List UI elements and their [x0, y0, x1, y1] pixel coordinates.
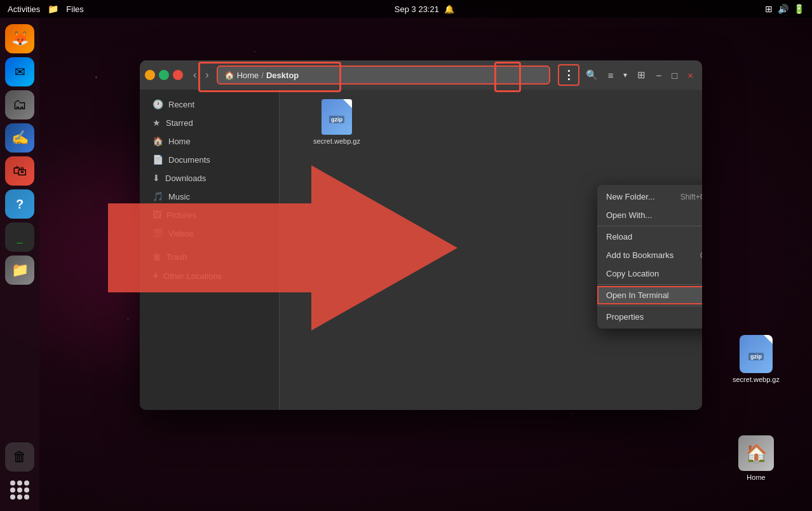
dock-bottom: 🗑 — [5, 442, 34, 505]
add-bookmarks-label: Add to Bookmarks — [606, 250, 673, 260]
battery-icon[interactable]: 🔋 — [794, 4, 804, 14]
window-close-btn[interactable]: × — [684, 64, 697, 86]
menu-divider-3 — [597, 306, 702, 306]
starred-icon: ★ — [152, 118, 161, 128]
sidebar-item-videos[interactable]: 🎬 Videos — [142, 224, 276, 242]
sidebar-item-other-locations[interactable]: + Other Locations — [142, 266, 276, 285]
dock-item-firefox[interactable]: 🦊 — [5, 24, 34, 53]
desktop-icon-home[interactable]: 🏠 Home — [731, 435, 782, 481]
apps-grid-icon — [10, 480, 29, 500]
window-minimize-btn[interactable]: − — [652, 64, 665, 86]
sidebar-label-documents: Documents — [168, 155, 210, 165]
menu-item-copy-location[interactable]: Copy Location — [597, 264, 702, 283]
files-label[interactable]: Files — [66, 4, 83, 14]
sidebar-divider — [145, 245, 274, 245]
sidebar-label-downloads: Downloads — [165, 174, 206, 183]
sidebar-item-downloads[interactable]: ⬇ Downloads — [142, 169, 276, 187]
breadcrumb-separator: / — [261, 71, 264, 80]
dock-item-terminal[interactable]: _ — [5, 222, 34, 252]
menu-item-reload[interactable]: Reload F5 — [597, 228, 702, 246]
recent-icon: 🕐 — [152, 99, 163, 109]
maximize-icon: □ — [162, 72, 166, 79]
trash-icon: 🗑 — [152, 252, 161, 262]
sidebar-item-pictures[interactable]: 🖼 Pictures — [142, 206, 276, 224]
desktop-home-icon: 🏠 — [738, 435, 774, 471]
properties-label: Properties — [606, 312, 644, 322]
writer-icon: ✍ — [11, 130, 29, 146]
dock-apps-grid-button[interactable] — [5, 475, 34, 505]
topbar-right: ⊞ 🔊 🔋 — [765, 4, 804, 14]
dock-item-trash[interactable]: 🗑 — [5, 442, 34, 472]
copy-location-label: Copy Location — [606, 269, 659, 278]
dock: 🦊 ✉ 🗂 ✍ 🛍 ? _ 📁 🗑 — [0, 18, 39, 511]
view-list-button[interactable]: ≡ — [604, 64, 618, 86]
terminal-icon: _ — [17, 231, 23, 243]
new-folder-label: New Folder... — [606, 192, 655, 201]
sidebar-item-home[interactable]: 🏠 Home — [142, 132, 276, 150]
sidebar-label-starred: Starred — [166, 118, 193, 128]
back-button[interactable]: ‹ — [189, 67, 200, 83]
breadcrumb-home[interactable]: Home — [237, 71, 259, 80]
new-folder-shortcut: Shift+Ctrl+N — [680, 193, 702, 201]
reload-label: Reload — [606, 232, 632, 242]
help-icon: ? — [16, 197, 24, 212]
sidebar-item-starred[interactable]: ★ Starred — [142, 114, 276, 132]
file-item-gzip[interactable]: gzip secret.webp.gz — [311, 99, 362, 145]
home-breadcrumb-icon: 🏠 — [224, 71, 234, 80]
dock-item-files[interactable]: 🗂 — [5, 90, 34, 119]
appstore-icon: 🛍 — [13, 163, 27, 179]
sidebar-label-home: Home — [168, 137, 191, 146]
nav-arrows: ‹ › — [189, 67, 213, 83]
menu-item-open-with[interactable]: Open With... — [597, 206, 702, 224]
maximize-button[interactable]: □ — [159, 70, 169, 80]
activities-label[interactable]: Activities — [8, 4, 40, 14]
files2-icon: 📁 — [11, 262, 29, 278]
minimize-button[interactable]: − — [145, 70, 155, 80]
fm-body: 🕐 Recent ★ Starred 🏠 Home 📄 Documents ⬇ — [140, 90, 702, 410]
search-button[interactable]: 🔍 — [582, 64, 602, 86]
menu-divider-2 — [597, 284, 702, 285]
sidebar-item-recent[interactable]: 🕐 Recent — [142, 95, 276, 113]
minimize-icon: − — [148, 72, 152, 79]
menu-item-open-terminal[interactable]: Open In Terminal — [597, 286, 702, 304]
sidebar-item-music[interactable]: 🎵 Music — [142, 187, 276, 205]
menu-item-properties[interactable]: Properties — [597, 308, 702, 326]
dock-item-writer[interactable]: ✍ — [5, 123, 34, 153]
menu-divider-1 — [597, 226, 702, 226]
desktop: Activities 📁 Files Sep 3 23:21 🔔 ⊞ 🔊 🔋 🦊… — [0, 0, 812, 511]
sidebar-label-music: Music — [168, 192, 190, 201]
window-maximize-btn[interactable]: □ — [668, 64, 681, 86]
sidebar-item-documents[interactable]: 📄 Documents — [142, 151, 276, 168]
view-toggle-button[interactable]: ▾ — [619, 64, 631, 86]
dock-item-files2[interactable]: 📁 — [5, 256, 34, 285]
close-button[interactable]: × — [173, 70, 183, 80]
bell-icon[interactable]: 🔔 — [444, 4, 454, 14]
menu-item-add-bookmarks[interactable]: Add to Bookmarks Ctrl+D — [597, 246, 702, 264]
sidebar-item-trash[interactable]: 🗑 Trash — [142, 248, 276, 266]
sidebar-label-recent: Recent — [168, 100, 194, 109]
files-icon: 📁 — [48, 4, 58, 14]
files-dock-icon: 🗂 — [13, 97, 27, 113]
dock-item-help[interactable]: ? — [5, 189, 34, 219]
topbar-left: Activities 📁 Files — [8, 4, 84, 14]
add-bookmarks-shortcut: Ctrl+D — [700, 251, 702, 260]
breadcrumb-current[interactable]: Desktop — [266, 71, 299, 80]
desktop-gzip-icon: gzip — [740, 335, 773, 373]
desktop-icon-gzip[interactable]: gzip secret.webp.gz — [731, 335, 782, 383]
dock-item-thunderbird[interactable]: ✉ — [5, 57, 34, 86]
menu-item-new-folder[interactable]: New Folder... Shift+Ctrl+N — [597, 187, 702, 206]
forward-button[interactable]: › — [201, 67, 212, 83]
thunderbird-icon: ✉ — [15, 64, 25, 79]
desktop-gzip-name: secret.webp.gz — [733, 376, 780, 383]
menu-button[interactable]: ⋮ — [558, 64, 579, 86]
titlebar: − □ × ‹ › 🏠 Home / Desktop ⋮ 🔍 ≡ — [140, 60, 702, 90]
sidebar-label-trash: Trash — [166, 252, 187, 262]
view-grid-button[interactable]: ⊞ — [633, 64, 649, 86]
dock-item-appstore[interactable]: 🛍 — [5, 156, 34, 186]
topbar: Activities 📁 Files Sep 3 23:21 🔔 ⊞ 🔊 🔋 — [0, 0, 812, 18]
firefox-icon: 🦊 — [11, 31, 29, 47]
breadcrumb-bar[interactable]: 🏠 Home / Desktop — [217, 65, 550, 85]
sound-icon[interactable]: 🔊 — [778, 4, 788, 14]
sidebar: 🕐 Recent ★ Starred 🏠 Home 📄 Documents ⬇ — [140, 90, 280, 410]
network-icon[interactable]: ⊞ — [765, 4, 773, 14]
